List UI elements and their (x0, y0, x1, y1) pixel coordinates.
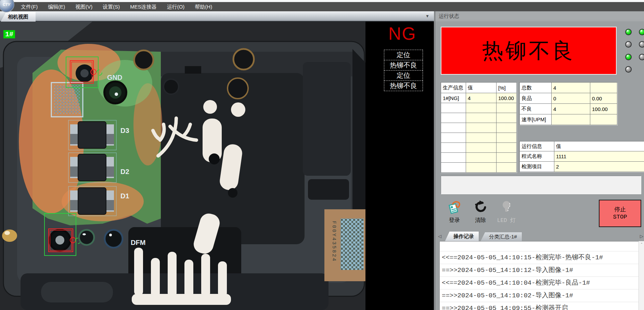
table-cell: 100.00 (497, 93, 516, 103)
table-cell (466, 153, 496, 162)
application-window: CTY 文件(F)编辑(E)视图(V)设置(S)MES连接器运行(O)帮助(H)… (0, 0, 644, 310)
stats-table: 总数4良品00.00不良4100.00速率[UPM] (519, 82, 617, 125)
table-cell: 生产信息 (441, 83, 466, 93)
table-cell: 4 (552, 83, 590, 93)
table-cell: 4 (466, 93, 496, 103)
login-badge-icon (448, 200, 461, 215)
status-led-3-0-gray (625, 66, 632, 73)
table-cell: 值 (466, 83, 496, 93)
table-cell (466, 163, 496, 172)
table-cell (590, 83, 617, 93)
status-led-1-1-gray (639, 41, 644, 48)
status-led-1-0-gray (625, 41, 632, 48)
login-label: 登录 (449, 217, 460, 224)
operation-log-list[interactable]: <<==2024-05-05_14:10:15-检测完毕-热铆不良-1#==>>… (439, 241, 639, 310)
login-button[interactable]: 登录 (443, 200, 465, 223)
menu-item-1[interactable]: 编辑(E) (43, 2, 70, 11)
led-light-label: LED 灯 (497, 217, 516, 224)
defect-label-box-2: 定位 (384, 70, 423, 81)
table-cell (441, 163, 466, 172)
tab-camera-view[interactable]: 相机视图 (1, 12, 36, 22)
table-cell: 1111 (554, 151, 644, 161)
photo-label-gnd: GND (107, 74, 122, 81)
table-cell (466, 123, 496, 133)
log-tab-1[interactable]: 分类汇总-1# (480, 232, 522, 241)
photo-label-d2: D2 (120, 168, 129, 175)
table-cell: 检测项目 (520, 162, 554, 172)
table-cell (497, 153, 516, 162)
status-banner: 热铆不良 (441, 27, 617, 75)
log-row-4[interactable]: ==>>2024-05-05_14:09:55-检测器开启 (440, 302, 639, 310)
view-tab-bar: 相机视图 (0, 11, 434, 22)
table-cell (441, 113, 466, 123)
table-cell (441, 133, 466, 142)
tab-scroll-right-icon[interactable]: ▷ (640, 234, 643, 239)
defect-label-box-3: 热铆不良 (384, 80, 423, 91)
menu-item-6[interactable]: 帮助(H) (190, 2, 217, 11)
menu-item-2[interactable]: 视图(V) (70, 2, 98, 11)
defect-list: 定位热铆不良定位热铆不良 (384, 50, 423, 91)
status-led-0-0-green (625, 29, 632, 35)
status-panel-title: 运行状态 (435, 11, 644, 21)
table-cell: 2 (554, 162, 644, 172)
status-led-0-1-green (639, 29, 644, 35)
table-cell (441, 143, 466, 152)
table-cell (441, 103, 466, 113)
clear-label: 清除 (475, 217, 486, 224)
table-cell (466, 133, 496, 142)
table-cell (497, 143, 516, 152)
table-cell (497, 133, 516, 142)
table-cell: 速率[UPM] (520, 114, 551, 125)
table-cell (466, 143, 496, 152)
table-cell (497, 163, 516, 172)
table-cell (497, 113, 516, 123)
menu-item-4[interactable]: MES连接器 (125, 2, 162, 11)
table-cell (441, 153, 466, 162)
table-cell: 1#[NG] (441, 93, 466, 103)
menu-item-5[interactable]: 运行(O) (162, 2, 190, 11)
table-cell: 良品 (520, 93, 551, 103)
status-led-2-1-gray (639, 54, 644, 60)
table-cell (466, 113, 496, 123)
log-tab-bar: ◁ ▷ 操作记录分类汇总-1# (435, 230, 644, 241)
table-cell (590, 114, 617, 125)
log-tab-0[interactable]: 操作记录 (445, 231, 479, 241)
menu-item-3[interactable]: 设置(S) (98, 2, 125, 11)
stop-label-cn: 停止 (614, 206, 626, 213)
log-scrollbar[interactable]: ˆ (639, 241, 644, 310)
table-cell (466, 103, 496, 113)
run-info-table: 运行信息值程式名称1111检测项目2 (519, 141, 644, 172)
scroll-up-icon[interactable]: ˆ (640, 243, 644, 247)
log-row-1[interactable]: ==>>2024-05-05_14:10:12-导入图像-1# (440, 264, 639, 277)
log-row-0[interactable]: <<==2024-05-05_14:10:15-检测完毕-热铆不良-1# (440, 251, 639, 264)
log-row-3[interactable]: ==>>2024-05-05_14:10:02-导入图像-1# (440, 289, 639, 302)
stop-button[interactable]: 停止 STOP (599, 200, 641, 227)
log-row-2[interactable]: <<==2024-05-05_14:10:04-检测完毕-良品-1# (440, 277, 639, 289)
camera-viewport: GND D3 D2 D1 DFM (0, 22, 434, 310)
table-cell: 运行信息 (520, 141, 554, 151)
message-box[interactable] (441, 176, 641, 194)
led-bulb-icon (500, 200, 513, 215)
table-cell: 0.00 (590, 93, 617, 103)
log-row-blank (440, 241, 639, 251)
production-table: 生产信息值[%]1#[NG]4100.00 (441, 82, 517, 173)
table-cell: 4 (552, 104, 590, 114)
clear-button[interactable]: 清除 (469, 200, 491, 223)
photo-label-dfm: DFM (131, 239, 145, 246)
status-led-2-0-green (625, 54, 632, 60)
tab-scroll-left-icon[interactable]: ◁ (438, 234, 441, 239)
chevron-down-icon[interactable]: ▼ (425, 14, 429, 18)
table-cell: [%] (497, 83, 516, 93)
photo-label-d3: D3 (120, 127, 129, 134)
table-cell (497, 123, 516, 133)
defect-label-box-0: 定位 (384, 50, 423, 60)
table-cell: 程式名称 (520, 151, 554, 161)
table-cell: 不良 (520, 104, 551, 114)
led-light-button[interactable]: LED 灯 (495, 200, 517, 223)
clear-refresh-icon (474, 200, 487, 215)
table-cell: 100.00 (590, 104, 617, 114)
stop-label-en: STOP (613, 213, 627, 221)
defect-label-box-1: 热铆不良 (384, 60, 423, 71)
menu-item-0[interactable]: 文件(F) (16, 2, 43, 11)
table-cell: 总数 (520, 83, 551, 93)
